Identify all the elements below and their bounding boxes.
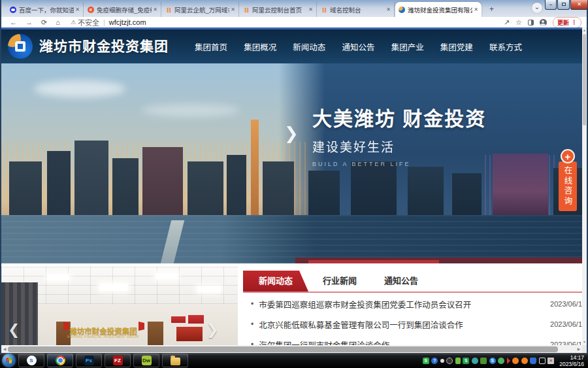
tab-close-icon[interactable]: ✕	[307, 7, 313, 12]
office-photo-carousel: 潍坊市财金投资集团 WEIFANG FINANCIAL INVESTMENT G…	[1, 267, 238, 345]
nav-overview[interactable]: 集团概况	[244, 41, 276, 53]
news-tabs: 新闻动态 行业新闻 通知公告	[243, 271, 582, 292]
share-icon[interactable]: ↗	[504, 18, 510, 27]
menu-dots-icon[interactable]: ⋮	[571, 19, 577, 25]
reload-icon[interactable]: ⟳	[41, 18, 47, 27]
tab-close-icon[interactable]: ✕	[229, 7, 235, 12]
desktop-screen: 百度一下，你就知道 ✕ e 免疫细胞存储_免疫细胞存 ✕ [-] 阿里云企航_万…	[0, 0, 588, 368]
news-item[interactable]: • 市委第四巡察组巡察市财金投资集团党委工作动员会议召开 2023/06/1	[243, 294, 582, 314]
company-logo[interactable]	[8, 34, 33, 59]
nav-party[interactable]: 集团党建	[440, 41, 473, 53]
tray-wangwang-icon[interactable]	[521, 358, 528, 364]
tray-status-icon[interactable]	[440, 359, 444, 363]
tab-close-icon[interactable]: ✕	[472, 7, 478, 12]
tray-volume-muted-icon[interactable]: ✕	[547, 358, 554, 364]
side-panel-icon[interactable]	[528, 20, 534, 25]
tray-sogou-icon[interactable]: S	[463, 358, 469, 364]
tray-360-shield-icon[interactable]	[530, 358, 536, 364]
tab-immune-cell[interactable]: e 免疫细胞存储_免疫细胞存 ✕	[84, 2, 161, 17]
ceiling-light	[155, 273, 178, 279]
profile-avatar[interactable]	[540, 19, 547, 26]
tray-app-icon[interactable]	[498, 358, 504, 364]
photo-next-icon[interactable]: ❯	[206, 322, 218, 339]
nav-news[interactable]: 新闻动态	[293, 41, 325, 53]
folder-icon	[171, 358, 180, 365]
taskbar-photoshop[interactable]: Ps	[76, 354, 102, 367]
scroll-up-icon[interactable]: ▲	[582, 27, 587, 33]
nav-notices[interactable]: 通知公告	[342, 41, 374, 53]
new-tab-button[interactable]: +	[486, 4, 497, 15]
tab-aliyun-console[interactable]: [-] 阿里云控制台首页 ✕	[240, 2, 317, 17]
horizontal-scrollbar[interactable]: ◀ ▶	[1, 345, 582, 353]
taskbar-filezilla[interactable]: FZ	[105, 354, 131, 367]
forward-icon[interactable]: →	[25, 18, 33, 26]
tab-search-button[interactable]: ⌄	[532, 3, 542, 13]
taskbar-dreamweaver[interactable]: Dw	[133, 354, 159, 367]
bullet-icon: •	[251, 299, 253, 309]
tab-baidu[interactable]: 百度一下，你就知道 ✕	[7, 2, 84, 17]
news-title[interactable]: 北京兴能低碳私募基金管理有限公司一行到集团洽谈合作	[259, 318, 545, 331]
tray-app-icon[interactable]	[446, 358, 453, 364]
news-item[interactable]: • 北京兴能低碳私募基金管理有限公司一行到集团洽谈合作 2023/06/1	[243, 314, 582, 334]
tray-leaf-icon[interactable]	[480, 358, 487, 364]
tray-app-icon[interactable]	[472, 358, 478, 364]
tab-close-icon[interactable]: ✕	[74, 7, 80, 12]
clock-time: 14:17	[559, 354, 584, 361]
tray-help-icon[interactable]: ?	[431, 358, 438, 364]
photoshop-icon: Ps	[84, 356, 94, 365]
tab-notices[interactable]: 通知公告	[384, 271, 418, 292]
sogou-browser-icon: S	[27, 356, 37, 365]
tab-strip: 百度一下，你就知道 ✕ e 免疫细胞存储_免疫细胞存 ✕ [-] 阿里云企航_万…	[1, 0, 587, 17]
scroll-left-icon[interactable]: ◀	[1, 345, 8, 353]
tray-sogou-input-icon[interactable]: S	[423, 358, 429, 364]
tray-wangwang-icon[interactable]	[512, 358, 519, 364]
consult-plus-icon[interactable]: +	[561, 149, 575, 163]
update-chrome-button[interactable]: 更新 ⋮	[553, 17, 581, 28]
scroll-right-icon[interactable]: ▶	[576, 345, 582, 353]
taskbar-chrome[interactable]	[47, 354, 73, 367]
taskbar-file-explorer[interactable]	[162, 354, 188, 367]
tab-industry-news[interactable]: 行业新闻	[323, 271, 357, 292]
back-icon[interactable]: ←	[10, 18, 17, 26]
update-label: 更新	[557, 18, 569, 27]
nav-home[interactable]: 集团首页	[195, 41, 227, 53]
bookmark-star-icon[interactable]: ☆	[515, 18, 522, 27]
tab-aliyun-qihang[interactable]: [-] 阿里云企航_万网域名_工 ✕	[162, 2, 239, 17]
tab-title: 潍坊财金投资集团有限公	[408, 5, 472, 14]
hero-tagline: BUILD A BETTER LIFE	[312, 161, 486, 167]
tray-play-icon[interactable]	[507, 358, 510, 364]
tray-battery-icon[interactable]	[455, 358, 461, 364]
url-text[interactable]: wfcjtzjt.com	[109, 18, 146, 26]
vertical-scrollbar-thumb[interactable]	[583, 34, 586, 125]
tab-company-news[interactable]: 新闻动态	[243, 271, 308, 292]
tray-network-icon[interactable]	[539, 358, 546, 364]
online-consult-button[interactable]: 在线咨询	[559, 161, 577, 211]
window-minimize-button[interactable]: –	[545, 0, 557, 10]
home-icon[interactable]: ⌂	[56, 18, 60, 26]
nav-contact[interactable]: 联系方式	[489, 41, 522, 53]
taskbar-sogou-browser[interactable]: S	[18, 354, 44, 367]
horizontal-scrollbar-thumb[interactable]	[8, 346, 558, 352]
tab-close-icon[interactable]: ✕	[152, 7, 157, 12]
taskbar-clock[interactable]: 14:17 2023/6/16	[559, 354, 584, 367]
red-mural	[169, 314, 206, 345]
news-title[interactable]: 市委第四巡察组巡察市财金投资集团党委工作动员会议召开	[259, 298, 545, 310]
tab-domain-console[interactable]: [-] 域名控制台 ✕	[318, 2, 395, 17]
start-button[interactable]	[2, 354, 16, 367]
scroll-down-icon[interactable]: ▼	[582, 339, 587, 345]
wall-sign-subtext: WEIFANG FINANCIAL INVESTMENT GROUP	[67, 335, 140, 339]
window-close-button[interactable]: ✕	[570, 0, 588, 10]
tray-skype-icon[interactable]: S	[489, 358, 496, 364]
online-consult-label: 在线咨询	[562, 166, 574, 211]
not-secure-label: 不安全	[78, 17, 99, 27]
tab-close-icon[interactable]: ✕	[385, 7, 391, 12]
tab-title: 百度一下，你就知道	[19, 5, 74, 14]
nav-industry[interactable]: 集团产业	[391, 41, 424, 53]
photo-prev-icon[interactable]: ❮	[8, 322, 20, 339]
tab-title: 阿里云控制台首页	[252, 5, 307, 14]
window-maximize-button[interactable]	[557, 0, 570, 10]
tab-weifang-caijin-active[interactable]: 潍坊财金投资集团有限公 ✕	[395, 2, 482, 17]
vertical-scrollbar[interactable]: ▲ ▼	[582, 27, 587, 345]
address-bar[interactable]: ⚠ 不安全 | wfcjtzjt.com	[71, 17, 146, 27]
carousel-next-icon[interactable]: ❯	[284, 124, 299, 144]
